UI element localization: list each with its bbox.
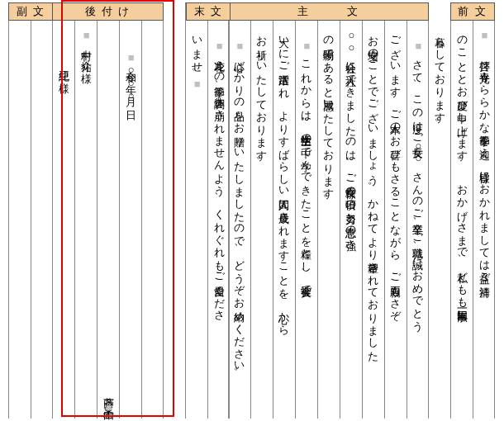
header-shubun: 主 文 <box>228 2 429 21</box>
header-atozuke-label: 後 付 け <box>85 4 131 19</box>
sender-name: 斉藤 由希子■ <box>97 389 120 414</box>
header-atozuke: 後 付 け <box>52 2 164 21</box>
date-line: ■令和○年○月○日 <box>120 26 142 102</box>
recipient-name-2: 亜紀 様 <box>53 26 75 74</box>
zen-line-1: ■ 拝啓 春光うららかな季節を迎え、皆様におかれましては益々ご清祥 <box>473 26 496 279</box>
header-matsubun: 末 文 <box>186 2 231 21</box>
shu-line-5: の賜物であると感服いたしております。 <box>318 26 340 205</box>
shu-line-4: ○○会社に入社できましたのは、ご長女様の日頃の努力と意志の強さ <box>340 26 363 244</box>
shu-line-1: ■さて、この度はご長女○○さんのご卒業、ご就職、誠におめでとう <box>407 26 430 326</box>
shu-line-7: 大いにご活躍され、よりすばらしい人間に成長されますことを、心から <box>273 26 296 329</box>
shu-line-3: お安堵のことでございましょう。かねてより希望されておりました <box>363 26 385 356</box>
header-matsubun-label: 末 文 <box>194 4 223 19</box>
shu-line-8: お祈りいたしております。 <box>251 26 273 166</box>
header-fukubun: 副 文 <box>8 2 53 21</box>
matsu-line-2: いませ。■ <box>186 26 208 90</box>
keigu-closing: 敬具 <box>164 413 186 414</box>
header-zenbun-label: 前 文 <box>458 4 487 19</box>
recipient-name-1: ■中村 祐介 様 <box>75 26 97 64</box>
header-shubun-label: 主 文 <box>297 4 359 19</box>
zen-line-2: のこととお慶び申し上げます。 おかげさまで、私どもも一同無事に <box>451 26 473 315</box>
header-zenbun: 前 文 <box>450 2 495 21</box>
matsu-line-1: ■花冷えの季節、体調を崩されませんよう、くれぐれもご自愛くださ <box>208 26 231 315</box>
shu-line-6: ■これからは、学生生活の中で学んできたことを糧とし、実社会で <box>296 26 318 291</box>
shu-line-9: ■心ばかりの品をお贈りいたしましたので、どうぞお納めください。 <box>229 26 251 377</box>
zen-line-3: 暮らしております。 <box>429 26 451 128</box>
header-fukubun-label: 副 文 <box>17 4 45 19</box>
shu-line-2: ございます。ご本人のお喜びもさることながら、ご両親もさぞ <box>385 26 407 316</box>
